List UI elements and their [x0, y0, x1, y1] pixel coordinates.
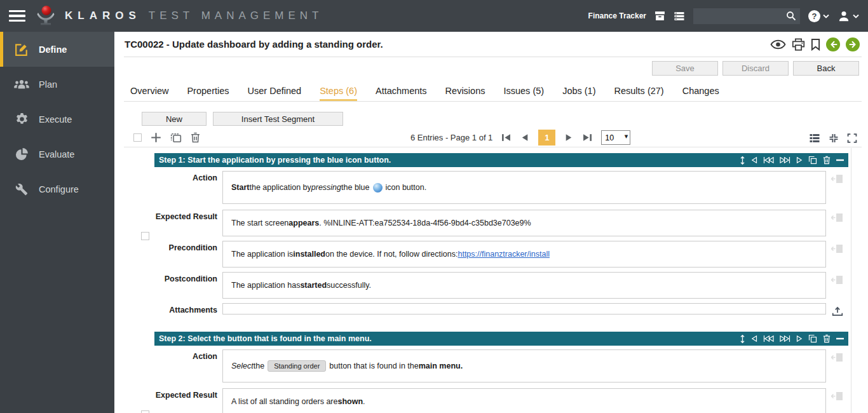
step-move-vertical-icon[interactable]	[740, 334, 745, 344]
text-segment: appears	[288, 218, 319, 228]
field-input-precondition[interactable]: The application is installed on the devi…	[222, 241, 826, 267]
tab-bar: OverviewPropertiesUser DefinedSteps (6)A…	[124, 81, 862, 102]
sidebar-item-evaluate[interactable]: Evaluate	[0, 137, 114, 172]
entries-summary: 6 Entries - Page 1 of 1	[410, 133, 492, 142]
step-checkbox-column	[141, 410, 154, 413]
menu-icon[interactable]	[9, 10, 25, 22]
sidebar-item-label: Plan	[39, 79, 57, 90]
test-suite-list-icon[interactable]	[674, 11, 685, 21]
table-view-icon[interactable]	[809, 133, 820, 143]
insert-test-segment-button[interactable]: Insert Test Segment	[213, 112, 343, 126]
step-block-1: Step 1: Start the application by pressin…	[141, 153, 851, 321]
edit-icon	[14, 43, 29, 57]
field-input-expected-result[interactable]: The start screen appears. %INLINE-ATT:ea…	[222, 210, 826, 236]
last-page-icon[interactable]	[583, 133, 592, 142]
field-input-action[interactable]: Select the Standing order button that is…	[222, 349, 826, 383]
search-icon[interactable]	[786, 11, 796, 21]
step-move-to-first-icon[interactable]	[763, 156, 774, 164]
user-menu[interactable]	[837, 10, 859, 22]
duplicate-icon[interactable]	[170, 133, 182, 143]
tab-jobs-1[interactable]: Jobs (1)	[562, 86, 595, 101]
field-input-postcondition[interactable]: The application has started successfully…	[222, 272, 826, 299]
inline-link[interactable]: https://finanztracker/install	[458, 249, 550, 259]
sidebar-item-plan[interactable]: Plan	[0, 67, 114, 102]
insert-content-icon	[831, 391, 843, 401]
tab-properties[interactable]: Properties	[187, 86, 229, 101]
new-step-button[interactable]: New	[142, 112, 207, 126]
title-icon-group	[770, 37, 860, 51]
save-button[interactable]: Save	[652, 61, 718, 76]
step-delete-icon[interactable]	[823, 156, 831, 165]
step-duplicate-icon[interactable]	[808, 334, 817, 343]
step-header: Step 1: Start the application by pressin…	[154, 153, 848, 167]
field-input-attachments[interactable]	[222, 303, 826, 315]
next-page-icon[interactable]	[564, 133, 574, 142]
step-move-down-icon[interactable]	[796, 156, 803, 164]
sidebar-item-label: Define	[39, 44, 67, 55]
page-size-select[interactable]: 10	[601, 130, 630, 145]
delete-icon[interactable]	[191, 132, 200, 143]
print-icon[interactable]	[792, 38, 805, 51]
text-segment: the application by	[249, 182, 311, 193]
tab-user-defined[interactable]: User Defined	[248, 86, 302, 101]
back-button[interactable]: Back	[793, 61, 859, 76]
sidebar-item-configure[interactable]: Configure	[0, 172, 114, 207]
field-label: Precondition	[154, 241, 222, 267]
text-segment: pressing	[311, 182, 341, 193]
discard-button[interactable]: Discard	[722, 61, 789, 76]
first-page-icon[interactable]	[501, 133, 511, 142]
step-duplicate-icon[interactable]	[808, 156, 817, 165]
top-bar: KLAROS TEST MANAGEMENT Finance Tracker ?	[0, 0, 868, 32]
step-move-to-last-icon[interactable]	[780, 335, 790, 342]
text-segment: started	[300, 280, 327, 290]
step-move-up-icon[interactable]	[751, 156, 757, 164]
collapse-all-icon[interactable]	[829, 133, 839, 143]
search-input[interactable]	[697, 11, 786, 20]
tab-overview[interactable]: Overview	[130, 86, 168, 101]
select-all-checkbox[interactable]	[133, 133, 142, 142]
field-row-expected-result: Expected ResultA list of all standing or…	[154, 388, 848, 413]
tab-revisions[interactable]: Revisions	[445, 86, 485, 101]
text-segment: main menu.	[419, 361, 463, 371]
step-delete-icon[interactable]	[823, 334, 831, 343]
add-icon[interactable]	[151, 132, 161, 143]
step-action-buttons: New Insert Test Segment	[142, 112, 343, 126]
tab-issues-5[interactable]: Issues (5)	[503, 86, 544, 101]
upload-icon[interactable]	[832, 306, 843, 316]
navigate-next-button[interactable]	[846, 37, 860, 51]
navigate-previous-button[interactable]	[826, 37, 840, 51]
text-segment: The application has	[231, 280, 300, 290]
text-segment: installed	[293, 249, 325, 259]
tab-results-27[interactable]: Results (27)	[614, 86, 664, 101]
tab-attachments[interactable]: Attachments	[376, 86, 427, 101]
sidebar-item-define[interactable]: Define	[0, 32, 114, 67]
current-page-button[interactable]: 1	[538, 130, 555, 146]
bookmark-icon[interactable]	[811, 38, 820, 51]
step-select-checkbox[interactable]	[141, 232, 149, 240]
project-archive-icon[interactable]	[654, 11, 665, 21]
project-name[interactable]: Finance Tracker	[588, 11, 646, 20]
field-label: Action	[154, 171, 222, 204]
step-move-to-last-icon[interactable]	[780, 156, 790, 164]
step-move-down-icon[interactable]	[796, 335, 803, 342]
text-segment: .	[363, 396, 365, 407]
tab-steps-6[interactable]: Steps (6)	[320, 86, 357, 101]
field-input-action[interactable]: Start the application by pressing the bl…	[222, 171, 826, 204]
insert-content-icon	[831, 213, 843, 222]
help-menu[interactable]: ?	[808, 10, 829, 22]
step-collapse-icon[interactable]	[836, 337, 844, 340]
view-icon[interactable]	[770, 39, 786, 50]
expand-all-icon[interactable]	[847, 133, 857, 143]
text-segment: button that is found in the	[329, 361, 418, 371]
step-move-to-first-icon[interactable]	[763, 335, 774, 342]
step-select-checkbox[interactable]	[141, 410, 149, 413]
step-block-2: Step 2: Select the button that is found …	[141, 332, 851, 413]
step-move-vertical-icon[interactable]	[740, 156, 745, 165]
step-collapse-icon[interactable]	[836, 159, 844, 161]
previous-page-icon[interactable]	[520, 133, 529, 142]
sidebar-item-execute[interactable]: Execute	[0, 102, 114, 137]
tab-changes[interactable]: Changes	[682, 86, 719, 101]
field-input-expected-result[interactable]: A list of all standing orders are shown.	[222, 388, 826, 413]
step-move-up-icon[interactable]	[751, 335, 757, 342]
chevron-down-icon	[823, 14, 829, 18]
